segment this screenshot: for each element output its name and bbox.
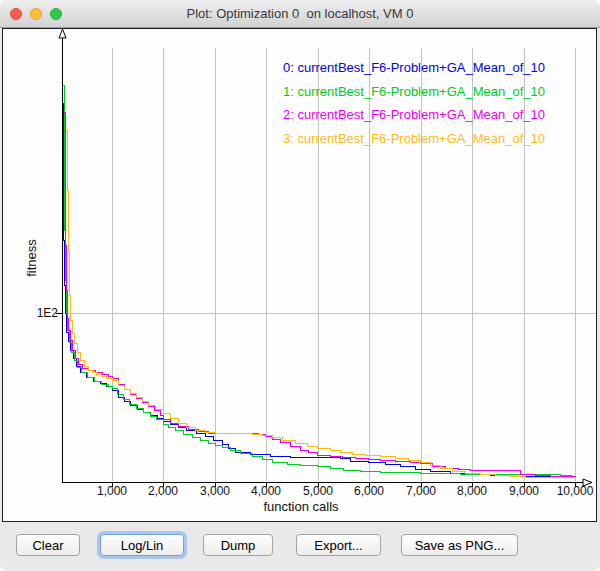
x-tick-label: 9,000 xyxy=(509,484,539,498)
plot-window: Plot: Optimization 0 on localhost, VM 0 … xyxy=(0,0,600,571)
x-tick-label: 8,000 xyxy=(457,484,487,498)
close-button[interactable] xyxy=(10,8,22,20)
legend-entry: 3: currentBest_F6-Problem+GA_Mean_of_10 xyxy=(283,127,545,151)
y-tick-label: 1E2 xyxy=(34,306,58,320)
y-axis-label: fitness xyxy=(24,239,39,277)
x-axis-label: function calls xyxy=(263,499,338,514)
dump-button[interactable]: Dump xyxy=(203,534,273,556)
x-tick-label: 5,000 xyxy=(303,484,333,498)
legend-entry: 2: currentBest_F6-Problem+GA_Mean_of_10 xyxy=(283,103,545,127)
window-titlebar[interactable]: Plot: Optimization 0 on localhost, VM 0 xyxy=(0,0,600,28)
window-title: Plot: Optimization 0 on localhost, VM 0 xyxy=(0,0,600,27)
legend-entry: 1: currentBest_F6-Problem+GA_Mean_of_10 xyxy=(283,80,545,104)
export-button[interactable]: Export... xyxy=(296,534,381,556)
minimize-button[interactable] xyxy=(30,8,42,20)
save-png-button[interactable]: Save as PNG... xyxy=(401,534,518,556)
zoom-button[interactable] xyxy=(50,8,62,20)
legend: 0: currentBest_F6-Problem+GA_Mean_of_101… xyxy=(283,56,545,150)
x-tick-label: 1,000 xyxy=(97,484,127,498)
legend-entry: 0: currentBest_F6-Problem+GA_Mean_of_10 xyxy=(283,56,545,80)
x-tick-label: 2,000 xyxy=(148,484,178,498)
loglin-button[interactable]: Log/Lin xyxy=(100,534,184,556)
x-tick-label: 7,000 xyxy=(406,484,436,498)
x-tick-label: 6,000 xyxy=(354,484,384,498)
x-tick-label: 10,000 xyxy=(557,484,594,498)
x-tick-label: 3,000 xyxy=(200,484,230,498)
x-tick-label: 4,000 xyxy=(251,484,281,498)
clear-button[interactable]: Clear xyxy=(16,534,80,556)
